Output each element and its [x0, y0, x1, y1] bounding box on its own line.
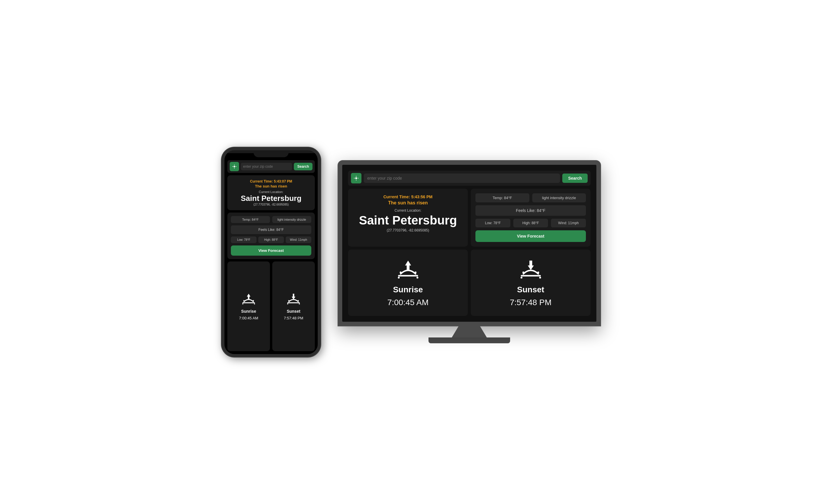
- monitor-sunrise-card: Sunrise 7:00:45 AM: [348, 250, 468, 316]
- monitor-location-icon: [354, 176, 359, 181]
- svg-point-6: [254, 303, 255, 305]
- svg-point-19: [416, 277, 418, 278]
- phone-notch: [254, 150, 289, 157]
- monitor-condition-badge: light intensity drizzle: [532, 193, 586, 202]
- scene: Search Current Time: 5:43:07 PM The sun …: [12, 147, 810, 357]
- svg-point-24: [520, 277, 522, 278]
- monitor-sunset-label: Sunset: [517, 285, 544, 294]
- monitor-temp-badge: Temp: 84°F: [475, 193, 529, 202]
- phone-sunset-label: Sunset: [287, 309, 301, 314]
- phone-sunrise-icon: [241, 292, 256, 307]
- svg-point-17: [414, 272, 416, 273]
- location-icon: [232, 164, 237, 169]
- monitor-location-button[interactable]: [351, 173, 361, 183]
- monitor-location-label: Current Location:: [394, 208, 421, 213]
- monitor-device: Search Current Time: 5:43:56 PM The sun …: [338, 161, 600, 343]
- svg-point-5: [242, 303, 244, 305]
- monitor-main-grid: Current Time: 5:43:56 PM The sun has ris…: [348, 189, 590, 316]
- phone-temp-badge: Temp: 84°F: [231, 216, 270, 223]
- phone-sunrise-card: Sunrise 7:00:45 AM: [228, 261, 270, 351]
- phone-location-label: Current Location:: [259, 190, 283, 194]
- svg-point-3: [244, 300, 245, 301]
- monitor-sunset-icon: [519, 258, 542, 282]
- monitor-screen: Search Current Time: 5:43:56 PM The sun …: [342, 165, 596, 322]
- phone-high-stat: High: 88°F: [258, 236, 284, 243]
- phone-sun-row: Sunrise 7:00:45 AM: [228, 261, 315, 351]
- phone-coords: (27.7703796, -82.6695085): [253, 203, 289, 206]
- monitor-current-time: Current Time: 5:43:56 PM: [383, 194, 433, 199]
- svg-marker-7: [292, 294, 296, 300]
- monitor-high-stat: High: 88°F: [513, 219, 548, 227]
- phone-view-forecast-button[interactable]: View Forecast: [231, 245, 311, 256]
- svg-point-11: [287, 303, 288, 305]
- monitor-city: Saint Petersburg: [359, 214, 457, 227]
- svg-point-25: [539, 277, 541, 278]
- monitor-search-bar: Search: [348, 171, 590, 186]
- monitor-sun-status: The sun has risen: [388, 200, 428, 206]
- phone-screen: Search Current Time: 5:43:07 PM The sun …: [225, 153, 318, 354]
- monitor-weather-card: Temp: 84°F light intensity drizzle Feels…: [471, 189, 590, 247]
- phone-location-button[interactable]: [230, 162, 239, 171]
- phone-device: Search Current Time: 5:43:07 PM The sun …: [222, 147, 321, 357]
- svg-point-18: [398, 277, 399, 278]
- phone-body: Search Current Time: 5:43:07 PM The sun …: [222, 147, 321, 357]
- phone-city: Saint Petersburg: [241, 194, 301, 203]
- phone-current-time: Current Time: 5:43:07 PM: [250, 179, 292, 183]
- svg-point-23: [537, 272, 539, 273]
- phone-search-button[interactable]: Search: [294, 163, 313, 170]
- monitor-stand-neck: [452, 326, 487, 337]
- phone-feels-like: Feels Like: 84°F: [231, 225, 311, 234]
- monitor-wind-stat: Wind: 11mph: [551, 219, 586, 227]
- phone-sunset-time: 7:57:48 PM: [284, 316, 304, 320]
- phone-condition-badge: light intensity drizzle: [272, 216, 311, 223]
- svg-point-9: [288, 300, 290, 301]
- monitor-sunset-time: 7:57:48 PM: [510, 298, 551, 307]
- svg-point-16: [400, 272, 401, 273]
- monitor-sunrise-label: Sunrise: [393, 285, 423, 294]
- svg-point-4: [253, 300, 254, 301]
- monitor-stats-row: Low: 78°F High: 88°F Wind: 11mph: [475, 219, 586, 227]
- monitor-sunrise-time: 7:00:45 AM: [387, 298, 429, 307]
- phone-weather-card: Temp: 84°F light intensity drizzle Feels…: [228, 213, 315, 259]
- phone-search-bar: Search: [228, 160, 315, 173]
- phone-sunrise-time: 7:00:45 AM: [239, 316, 258, 320]
- phone-search-input[interactable]: [241, 163, 292, 170]
- monitor-view-forecast-button[interactable]: View Forecast: [475, 230, 586, 242]
- svg-point-13: [355, 177, 357, 179]
- monitor-body: Search Current Time: 5:43:56 PM The sun …: [338, 161, 600, 326]
- monitor-stand-base: [428, 337, 510, 343]
- svg-point-12: [299, 303, 300, 305]
- phone-sunset-card: Sunset 7:57:48 PM: [272, 261, 315, 351]
- svg-point-10: [298, 300, 299, 301]
- phone-info-card: Current Time: 5:43:07 PM The sun has ris…: [228, 175, 315, 211]
- svg-marker-14: [405, 261, 411, 270]
- phone-low-stat: Low: 78°F: [231, 236, 257, 243]
- monitor-coords: (27.7703796, -82.6695085): [387, 228, 429, 232]
- monitor-feels-like: Feels Like: 84°F: [475, 205, 586, 216]
- monitor-content: Search Current Time: 5:43:56 PM The sun …: [342, 165, 596, 322]
- phone-sunset-icon: [286, 292, 301, 307]
- phone-temp-row: Temp: 84°F light intensity drizzle: [231, 216, 311, 223]
- svg-point-0: [234, 166, 235, 167]
- monitor-sunset-card: Sunset 7:57:48 PM: [471, 250, 590, 316]
- monitor-sunrise-icon: [396, 258, 420, 282]
- monitor-search-button[interactable]: Search: [562, 174, 587, 183]
- phone-sun-status: The sun has risen: [255, 184, 288, 188]
- svg-point-22: [522, 272, 524, 273]
- monitor-temp-row: Temp: 84°F light intensity drizzle: [475, 193, 586, 202]
- phone-stats-row: Low: 78°F High: 88°F Wind: 11mph: [231, 236, 311, 243]
- monitor-search-input[interactable]: [364, 174, 560, 183]
- svg-marker-20: [528, 261, 534, 270]
- svg-marker-1: [247, 294, 251, 300]
- phone-sunrise-label: Sunrise: [241, 309, 256, 314]
- monitor-low-stat: Low: 78°F: [475, 219, 510, 227]
- monitor-info-card: Current Time: 5:43:56 PM The sun has ris…: [348, 189, 468, 247]
- phone-wind-stat: Wind: 11mph: [286, 236, 311, 243]
